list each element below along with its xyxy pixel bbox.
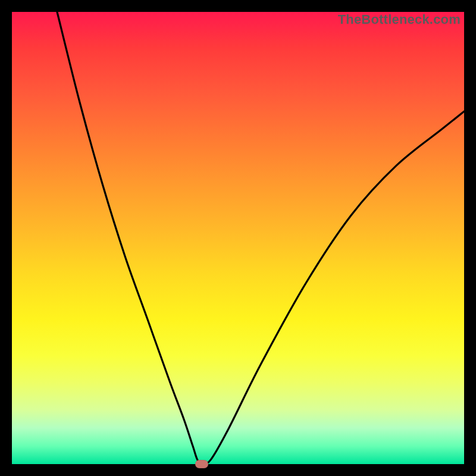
chart-frame: TheBottleneck.com bbox=[0, 0, 476, 476]
bottleneck-curve bbox=[12, 12, 464, 464]
plot-area: TheBottleneck.com bbox=[12, 12, 464, 464]
optimum-marker bbox=[195, 460, 208, 468]
